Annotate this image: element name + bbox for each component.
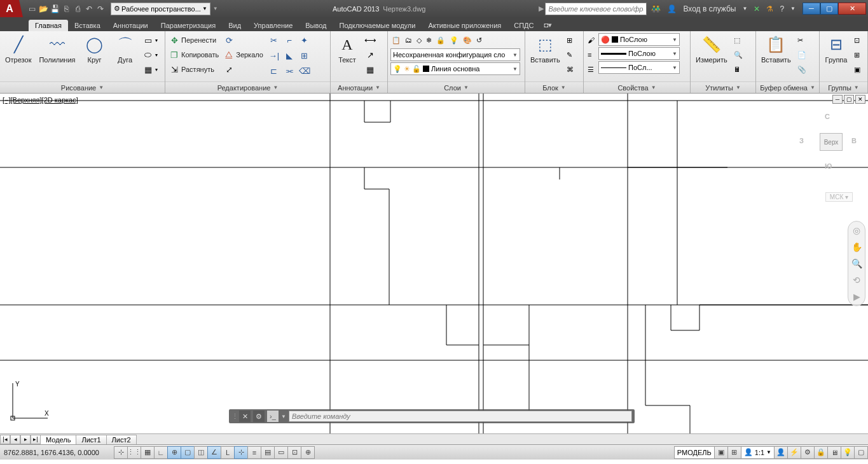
ellipse-button[interactable]: ⬭▾ bbox=[142, 48, 159, 62]
vp-minimize-icon[interactable]: ─ bbox=[832, 95, 843, 104]
group-edit-icon[interactable]: ⊞ bbox=[853, 48, 862, 62]
tab-annotate[interactable]: Аннотации bbox=[107, 20, 155, 31]
tab-parametric[interactable]: Параметризация bbox=[155, 20, 222, 31]
layer-off-icon[interactable]: 💡 bbox=[448, 33, 460, 47]
hatch-button[interactable]: ▦▾ bbox=[142, 62, 159, 76]
search-input[interactable] bbox=[545, 3, 647, 15]
cmd-close-icon[interactable]: ✕ bbox=[239, 411, 251, 422]
tab-home[interactable]: Главная bbox=[29, 20, 68, 31]
sb-isolate-icon[interactable]: 💡 bbox=[841, 446, 855, 459]
app-menu-button[interactable]: A bbox=[0, 0, 19, 17]
arc-button[interactable]: ⌒Дуга bbox=[111, 33, 139, 65]
stretch-button[interactable]: ⇲Растянуть bbox=[168, 62, 220, 76]
viewcube-n[interactable]: С bbox=[825, 113, 830, 120]
close-button[interactable]: ✕ bbox=[838, 3, 866, 15]
sb-ws-icon[interactable]: ⚙ bbox=[801, 446, 815, 459]
sb-qp-icon[interactable]: ▭ bbox=[274, 446, 288, 459]
qat-more-icon[interactable]: ▼ bbox=[210, 6, 221, 11]
circle-button[interactable]: ◯Круг bbox=[81, 33, 109, 65]
layout-sheet2-tab[interactable]: Лист2 bbox=[106, 435, 137, 444]
nav-zoom-icon[interactable]: 🔍 bbox=[851, 258, 862, 269]
props-list-icon[interactable]: ☰ bbox=[586, 62, 596, 76]
coordinates-readout[interactable]: 8762.8881, 1676.4136, 0.0000 bbox=[0, 449, 114, 456]
lineweight-combo[interactable]: ПоСлою▼ bbox=[598, 47, 680, 60]
panel-utils-title[interactable]: Утилиты▼ bbox=[691, 81, 755, 93]
sb-hardware-icon[interactable]: 🖥 bbox=[827, 446, 841, 459]
sb-3dosnap-icon[interactable]: ◫ bbox=[194, 446, 208, 459]
signin-link[interactable]: Вход в службы bbox=[681, 4, 738, 13]
fillet-icon[interactable]: ⌐ bbox=[282, 33, 296, 47]
layer-props-icon[interactable]: 📋 bbox=[390, 33, 402, 47]
polyline-button[interactable]: 〰Полилиния bbox=[36, 33, 78, 65]
explode-icon[interactable]: ✦ bbox=[298, 33, 312, 47]
layer-state-combo[interactable]: Несохраненная конфигурация сло▼ bbox=[390, 48, 520, 61]
rotate-button[interactable]: ⟳ bbox=[223, 33, 265, 47]
infocenter-icon[interactable]: 👬 bbox=[649, 4, 663, 13]
panel-annot-title[interactable]: Аннотации▼ bbox=[331, 81, 387, 93]
trim-icon[interactable]: ✂ bbox=[267, 33, 281, 47]
create-block-icon[interactable]: ⊞ bbox=[565, 33, 575, 47]
qat-open-icon[interactable]: 📂 bbox=[38, 4, 48, 14]
sb-snap-icon[interactable]: ⋮⋮ bbox=[127, 446, 141, 459]
nav-pan-icon[interactable]: ✋ bbox=[851, 242, 862, 252]
panel-block-title[interactable]: Блок▼ bbox=[525, 81, 583, 93]
dim-button[interactable]: ⟷ bbox=[364, 33, 376, 47]
qat-save-icon[interactable]: 💾 bbox=[50, 4, 60, 14]
viewport-label[interactable]: [−][Верхняя][2D каркас] bbox=[3, 96, 78, 104]
help-icon[interactable]: ? bbox=[778, 4, 786, 13]
help-dd-icon[interactable]: ▼ bbox=[789, 6, 797, 11]
tab-view[interactable]: Вид bbox=[222, 20, 247, 31]
insert-block-button[interactable]: ⬚Вставить bbox=[528, 33, 563, 65]
qat-plot-icon[interactable]: ⎙ bbox=[72, 4, 83, 14]
props-palette-icon[interactable]: ≡ bbox=[586, 48, 596, 62]
layer-prev-icon[interactable]: ↺ bbox=[475, 33, 483, 47]
minimize-button[interactable]: ─ bbox=[803, 3, 820, 15]
sb-grid-icon[interactable]: ▦ bbox=[141, 446, 155, 459]
qat-saveas-icon[interactable]: ⎘ bbox=[61, 4, 71, 14]
viewcube-w[interactable]: З bbox=[799, 137, 804, 144]
tab-active-apps[interactable]: Активные приложения bbox=[422, 20, 507, 31]
sb-sc-icon[interactable]: ⊡ bbox=[287, 446, 301, 459]
select-all-icon[interactable]: ⬚ bbox=[733, 33, 744, 47]
group-button[interactable]: ⊟Группа bbox=[822, 33, 850, 65]
vp-close-icon[interactable]: ✕ bbox=[855, 95, 865, 104]
line-button[interactable]: ╱Отрезок bbox=[3, 33, 34, 65]
tab-plugins[interactable]: Подключаемые модули bbox=[333, 20, 422, 31]
extend-icon[interactable]: →| bbox=[267, 48, 281, 62]
panel-edit-title[interactable]: Редактирование▼ bbox=[165, 81, 330, 93]
sb-annoauto-icon[interactable]: ⚡ bbox=[787, 446, 801, 459]
tab-insert[interactable]: Вставка bbox=[68, 20, 107, 31]
panel-draw-title[interactable]: Рисование▼ bbox=[0, 81, 165, 93]
measure-button[interactable]: 📏Измерить bbox=[693, 33, 730, 65]
group-bbox-icon[interactable]: ▣ bbox=[853, 62, 862, 76]
qat-undo-icon[interactable]: ↶ bbox=[84, 4, 94, 14]
cmd-history-icon[interactable]: ▼ bbox=[281, 414, 286, 419]
erase-icon[interactable]: ⌫ bbox=[298, 64, 312, 78]
maximize-button[interactable]: ▢ bbox=[820, 3, 838, 15]
exchange-icon[interactable]: ✕ bbox=[752, 4, 762, 13]
nav-orbit-icon[interactable]: ⟲ bbox=[853, 275, 860, 285]
cut-icon[interactable]: ✂ bbox=[796, 33, 808, 47]
color-combo[interactable]: 🔴ПоСлою▼ bbox=[598, 33, 680, 46]
nav-wheel-icon[interactable]: ◎ bbox=[853, 225, 860, 236]
block-attr-icon[interactable]: ⌘ bbox=[565, 62, 575, 76]
chamfer-icon[interactable]: ◣ bbox=[282, 48, 296, 62]
sb-ducs-icon[interactable]: L bbox=[221, 446, 235, 459]
qat-redo-icon[interactable]: ↷ bbox=[95, 4, 106, 14]
user-icon[interactable]: 👤 bbox=[665, 4, 679, 13]
search-expand-icon[interactable]: ▶ bbox=[537, 4, 545, 13]
rmodel-combo[interactable]: РМОДЕЛЬ bbox=[674, 446, 715, 459]
sb-otrack-icon[interactable]: ∠ bbox=[207, 446, 221, 459]
tab-spds[interactable]: СПДС bbox=[507, 20, 540, 31]
layer-lock-icon[interactable]: 🔒 bbox=[435, 33, 446, 47]
tab-focus-icon[interactable]: ◘▾ bbox=[541, 19, 556, 31]
sb-layout-icon[interactable]: ▣ bbox=[714, 446, 728, 459]
sb-dyn-icon[interactable]: ⊹ bbox=[234, 446, 248, 459]
qat-new-icon[interactable]: ▭ bbox=[27, 4, 37, 14]
layout-prev-icon[interactable]: ◂ bbox=[10, 435, 20, 444]
layer-states-icon[interactable]: 🗂 bbox=[404, 33, 413, 47]
layer-freeze-icon[interactable]: ❄ bbox=[425, 33, 433, 47]
layer-match-icon[interactable]: 🎨 bbox=[462, 33, 473, 47]
move-button[interactable]: ✥Перенести bbox=[168, 33, 220, 47]
a360-icon[interactable]: ⚗ bbox=[764, 4, 775, 13]
